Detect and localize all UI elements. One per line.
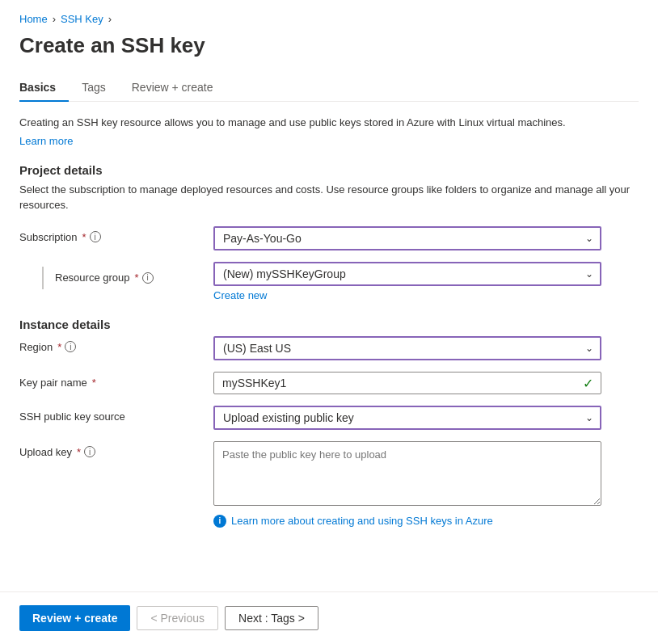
resource-group-dropdown[interactable]: (New) mySSHKeyGroup [213, 262, 601, 286]
page-title: Create an SSH key [19, 33, 639, 58]
learn-more-link[interactable]: Learn more [19, 135, 73, 147]
resource-group-required: * [135, 271, 139, 284]
previous-button[interactable]: < Previous [137, 606, 218, 630]
project-details-description: Select the subscription to manage deploy… [19, 182, 639, 213]
subscription-control: Pay-As-You-Go ⌄ [213, 226, 639, 250]
subscription-dropdown-wrapper: Pay-As-You-Go ⌄ [213, 226, 601, 250]
resource-group-label-cell: Resource group * i [19, 262, 213, 289]
project-details-title: Project details [19, 163, 639, 177]
info-circle-icon: i [213, 515, 226, 528]
key-pair-name-label: Key pair name [19, 377, 87, 389]
subscription-required: * [82, 231, 86, 243]
key-pair-name-required: * [92, 377, 96, 389]
next-button[interactable]: Next : Tags > [225, 606, 318, 630]
key-pair-name-label-cell: Key pair name * [19, 372, 213, 389]
subscription-label-cell: Subscription * i [19, 226, 213, 243]
breadcrumb-sshkey[interactable]: SSH Key [61, 13, 103, 25]
ssh-key-source-dropdown[interactable]: Upload existing public key Generate new … [213, 406, 601, 430]
review-create-button[interactable]: Review + create [19, 605, 130, 631]
key-pair-name-valid-icon: ✓ [583, 375, 593, 390]
breadcrumb: Home › SSH Key › [19, 13, 639, 25]
region-control: (US) East US ⌄ [213, 336, 639, 360]
ssh-key-source-row: SSH public key source Upload existing pu… [19, 406, 639, 430]
ssh-key-source-control: Upload existing public key Generate new … [213, 406, 639, 430]
resource-group-label: Resource group [55, 271, 130, 284]
upload-key-row: Upload key * i i Learn more about creati… [19, 441, 639, 528]
tab-basics[interactable]: Basics [19, 74, 69, 102]
breadcrumb-home[interactable]: Home [19, 13, 48, 25]
resource-group-row: Resource group * i (New) mySSHKeyGroup ⌄… [19, 262, 639, 301]
resource-group-control: (New) mySSHKeyGroup ⌄ Create new [213, 262, 639, 301]
key-pair-name-input[interactable] [213, 372, 601, 394]
upload-key-info-icon[interactable]: i [84, 446, 95, 457]
upload-key-control: i Learn more about creating and using SS… [213, 441, 639, 528]
footer: Review + create < Previous Next : Tags > [0, 592, 658, 644]
ssh-key-source-label: SSH public key source [19, 410, 125, 423]
region-dropdown-wrapper: (US) East US ⌄ [213, 336, 601, 360]
ssh-key-source-label-cell: SSH public key source [19, 406, 213, 423]
ssh-key-source-dropdown-wrapper: Upload existing public key Generate new … [213, 406, 601, 430]
create-new-link[interactable]: Create new [213, 289, 639, 301]
upload-key-textarea[interactable] [213, 441, 601, 506]
key-pair-name-control: ✓ [213, 372, 639, 394]
upload-key-required: * [77, 446, 81, 458]
upload-key-label-cell: Upload key * i [19, 441, 213, 458]
tab-tags[interactable]: Tags [69, 74, 119, 102]
instance-details-title: Instance details [19, 318, 639, 331]
breadcrumb-sep-1: › [53, 13, 56, 25]
tab-review-create[interactable]: Review + create [119, 74, 226, 102]
tabs-container: Basics Tags Review + create [19, 74, 639, 102]
region-row: Region * i (US) East US ⌄ [19, 336, 639, 360]
region-label-cell: Region * i [19, 336, 213, 353]
basics-description: Creating an SSH key resource allows you … [19, 115, 639, 131]
key-pair-name-input-wrapper: ✓ [213, 372, 601, 394]
region-required: * [57, 341, 61, 353]
resource-group-info-icon[interactable]: i [142, 272, 154, 284]
upload-key-label: Upload key [19, 446, 72, 458]
ssh-learn-more-link[interactable]: Learn more about creating and using SSH … [231, 515, 493, 527]
subscription-label: Subscription [19, 231, 78, 243]
subscription-info-icon[interactable]: i [90, 231, 101, 242]
region-info-icon[interactable]: i [65, 341, 76, 352]
subscription-row: Subscription * i Pay-As-You-Go ⌄ [19, 226, 639, 250]
info-link-row: i Learn more about creating and using SS… [213, 515, 639, 528]
resource-group-dropdown-wrapper: (New) mySSHKeyGroup ⌄ [213, 262, 601, 286]
subscription-dropdown[interactable]: Pay-As-You-Go [213, 226, 601, 250]
region-dropdown[interactable]: (US) East US [213, 336, 601, 360]
breadcrumb-sep-2: › [108, 13, 112, 25]
key-pair-name-row: Key pair name * ✓ [19, 372, 639, 394]
region-label: Region [19, 341, 53, 353]
